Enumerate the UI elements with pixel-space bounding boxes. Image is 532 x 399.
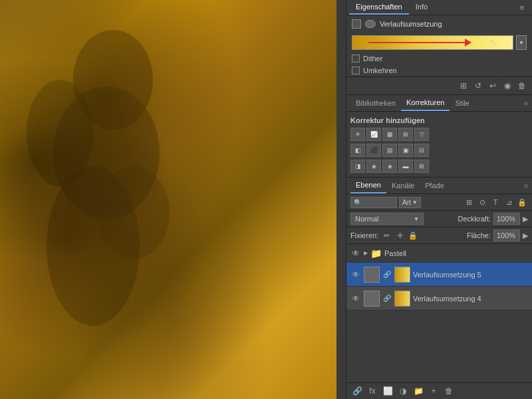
umkehren-label: Umkehren (363, 66, 397, 74)
panel-options-icon[interactable]: ≡ (515, 1, 529, 14)
fixieren-row: Fixieren: ✏ ✛ 🔒 Fläche: 100% ▶ (346, 227, 532, 244)
levels-icon[interactable]: ▦ (382, 128, 397, 141)
gradient-fill-icon[interactable]: ▬ (398, 160, 413, 173)
add-layer-icon[interactable]: + (427, 385, 440, 397)
dither-label: Dither (363, 55, 382, 63)
ebenen-toolbar: 🔍 Art ▼ ⊞ ⊙ T ⊿ 🔒 (346, 194, 532, 211)
search-box[interactable]: 🔍 (350, 197, 397, 208)
colorbalance-icon[interactable]: ⊞ (398, 128, 413, 141)
gradient-bar-container: ↖ ▼ (346, 33, 532, 53)
posterize-icon[interactable]: ◈ (366, 160, 381, 173)
huesaturation-icon[interactable]: ▽ (414, 128, 429, 141)
korrektur-section: Korrektur hinzufügen ☀ 📈 ▦ ⊞ ▽ ◧ ⬛ ▤ ▣ ⊟… (346, 112, 532, 177)
deckkraft-value: 100% (497, 215, 515, 223)
layer-item-verlauf4[interactable]: 👁 🔗 Verlaufsumsetzung 4 (346, 287, 532, 311)
layer-thumb-bg-verlauf5 (364, 267, 380, 283)
tab-eigenschaften[interactable]: Eigenschaften (349, 0, 409, 15)
svg-point-3 (27, 80, 93, 186)
verlauf-eye-icon[interactable] (365, 20, 376, 28)
vertical-scrollbar[interactable] (336, 0, 346, 399)
eye-icon-group[interactable]: 👁 (350, 248, 361, 259)
fix-pencil-icon[interactable]: ✏ (381, 230, 392, 241)
art-chevron-icon: ▼ (412, 200, 418, 205)
undo-icon[interactable]: ↩ (487, 80, 499, 92)
add-style-icon[interactable]: fx (366, 385, 379, 397)
curves-icon[interactable]: 📈 (366, 128, 381, 141)
deckkraft-input[interactable]: 100% (493, 213, 520, 225)
channel-icon[interactable]: ▤ (382, 144, 397, 157)
link-icon[interactable]: ⊙ (476, 196, 488, 208)
lock-icon[interactable]: 🔒 (516, 196, 528, 208)
search-input[interactable] (364, 199, 390, 206)
blendmode-chevron-icon: ▼ (414, 216, 419, 222)
korrektur-icons-row1: ☀ 📈 ▦ ⊞ ▽ (350, 126, 528, 142)
invert-icon[interactable]: ◨ (350, 160, 365, 173)
photo-icon[interactable]: ⬛ (366, 144, 381, 157)
umkehren-checkbox[interactable] (352, 66, 360, 74)
blendmode-label: Normal (355, 215, 378, 223)
add-group-icon[interactable]: 📁 (412, 385, 425, 397)
ebenen-options-icon[interactable]: ≡ (524, 182, 528, 190)
add-adjustment-icon[interactable]: ◑ (396, 385, 410, 397)
dither-checkbox[interactable] (352, 55, 360, 63)
layers-list: 👁 ▶ 📁 Pastell 👁 🔗 Verlaufsumsetzung 5 👁 … (346, 244, 532, 382)
tab-info[interactable]: Info (409, 0, 434, 15)
art-dropdown[interactable]: Art ▼ (399, 197, 421, 208)
link-icon-verlauf4: 🔗 (382, 294, 392, 303)
pattern-icon[interactable]: ⊞ (414, 160, 429, 173)
verlauf-checkbox[interactable] (352, 19, 361, 29)
gradient-map-icon[interactable]: ▣ (398, 144, 413, 157)
flache-arrow-icon[interactable]: ▶ (523, 231, 528, 240)
deckkraft-arrow-icon[interactable]: ▶ (523, 215, 528, 223)
tab-pfade[interactable]: Pfade (420, 178, 450, 193)
ebenen-section: Ebenen Kanäle Pfade ≡ 🔍 Art ▼ ⊞ ⊙ T ⊿ 🔒 (346, 177, 532, 399)
eye-icon-verlauf4[interactable]: 👁 (350, 293, 361, 304)
layer-thumbnail-icon[interactable]: ⊞ (463, 196, 475, 208)
tab-ebenen[interactable]: Ebenen (350, 178, 386, 194)
bks-options-icon[interactable]: ≡ (524, 100, 528, 107)
fix-lock-all-icon[interactable]: 🔒 (408, 230, 418, 241)
layer-item-verlauf5[interactable]: 👁 🔗 Verlaufsumsetzung 5 (346, 263, 532, 287)
reset-icon[interactable]: ↺ (472, 80, 484, 92)
layer-thumb-bg-verlauf4 (364, 291, 380, 307)
canvas-area (0, 0, 346, 399)
bks-tabs-bar: Bibliotheken Korrekturen Stile ≡ (346, 95, 532, 112)
brightness-icon[interactable]: ☀ (350, 128, 365, 141)
tab-korrekturen[interactable]: Korrekturen (401, 95, 450, 111)
verlaufsumsetzung-title: Verlaufsumsetzung (380, 20, 442, 28)
gradient-arrow (465, 39, 471, 47)
gradient-dropdown-button[interactable]: ▼ (516, 35, 527, 50)
layer-thumb-gradient-verlauf4 (394, 291, 410, 307)
properties-panel: Eigenschaften Info ≡ Verlaufsumsetzung ↖… (346, 0, 532, 95)
add-mask-icon[interactable]: ⬜ (381, 385, 394, 397)
blackwhite-icon[interactable]: ◧ (350, 144, 365, 157)
copy-layer-icon[interactable]: ⊞ (458, 80, 469, 92)
threshold-icon[interactable]: ◈ (382, 160, 397, 173)
blendmode-dropdown[interactable]: Normal ▼ (350, 213, 424, 225)
eye-icon-verlauf5[interactable]: 👁 (350, 269, 361, 280)
verlaufsumsetzung-header: Verlaufsumsetzung (346, 15, 532, 33)
link-layers-icon[interactable]: 🔗 (350, 385, 364, 397)
layer-name-verlauf4: Verlaufsumsetzung 4 (413, 295, 528, 303)
ebenen-toolbar-icons: ⊞ ⊙ T ⊿ 🔒 (463, 196, 528, 208)
flache-value: 100% (497, 231, 515, 239)
korrektur-title: Korrektur hinzufügen (350, 114, 528, 126)
group-triangle-icon[interactable]: ▶ (364, 250, 368, 256)
delete-layer-icon[interactable]: 🗑 (442, 385, 456, 397)
korrektur-icons-row2: ◧ ⬛ ▤ ▣ ⊟ (350, 142, 528, 158)
visibility-toggle-icon[interactable]: ◉ (501, 80, 513, 92)
adjustment-icon[interactable]: ⊿ (503, 196, 515, 208)
tab-kanaele[interactable]: Kanäle (386, 178, 420, 193)
delete-icon[interactable]: 🗑 (516, 80, 528, 92)
text-icon[interactable]: T (489, 196, 501, 208)
canvas-image (0, 0, 346, 399)
flache-input[interactable]: 100% (493, 229, 520, 241)
gradient-bar[interactable]: ↖ (352, 35, 513, 50)
flache-label: Fläche: (467, 231, 491, 239)
fix-move-icon[interactable]: ✛ (394, 230, 405, 241)
tab-bibliotheken[interactable]: Bibliotheken (350, 96, 401, 110)
selective-color-icon[interactable]: ⊟ (414, 144, 429, 157)
right-panel: Eigenschaften Info ≡ Verlaufsumsetzung ↖… (346, 0, 532, 399)
tab-stile[interactable]: Stile (450, 96, 474, 110)
layer-group-pastell[interactable]: 👁 ▶ 📁 Pastell (346, 244, 532, 263)
